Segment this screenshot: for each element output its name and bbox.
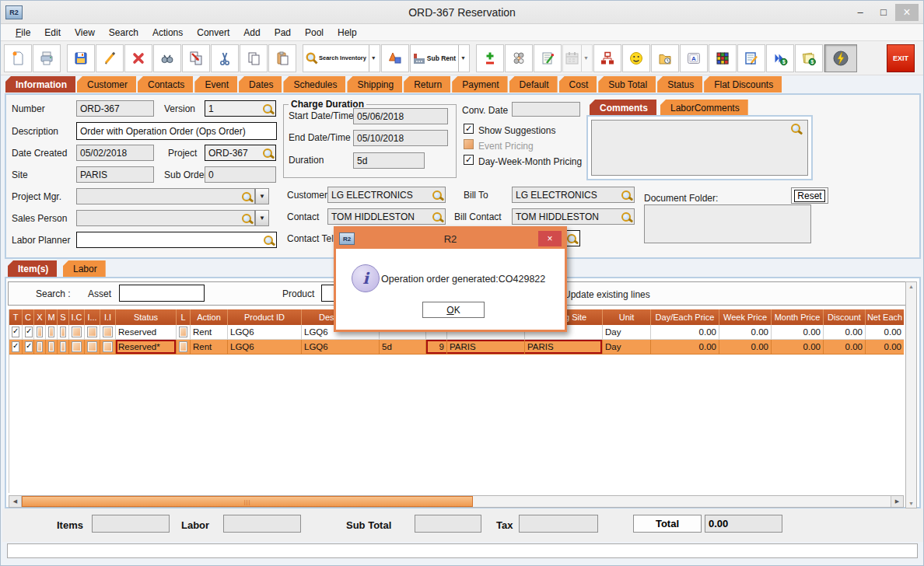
edit-button[interactable] — [96, 44, 124, 72]
cell-product_id[interactable]: LGQ6 — [228, 340, 302, 355]
row-checkbox-c4[interactable] — [60, 327, 66, 337]
copy-button[interactable] — [240, 44, 268, 72]
cell-net_each[interactable]: 0.00 — [866, 325, 904, 340]
column-header-net_each[interactable]: Net Each — [866, 309, 904, 325]
quick-action-button[interactable] — [824, 44, 857, 72]
column-header-c2[interactable]: X — [34, 309, 46, 325]
comments-search-icon[interactable] — [791, 124, 800, 133]
version-field[interactable]: 1 — [205, 100, 276, 117]
cell-month[interactable]: 0.00 — [772, 325, 824, 340]
tab-event[interactable]: Event — [194, 76, 237, 93]
tab-sub-total[interactable]: Sub Total — [598, 76, 656, 93]
column-header-c1[interactable]: C — [23, 309, 34, 325]
cell-qty[interactable]: 9 — [426, 340, 447, 355]
cell-c5[interactable] — [69, 325, 85, 340]
billing-notes-button[interactable]: $ — [795, 44, 823, 72]
items-table[interactable]: TCXMSI.CI...I.IStatusLActionProduct IDDe… — [9, 309, 904, 493]
row-checkbox-c5[interactable] — [72, 327, 82, 337]
cell-product_id[interactable]: LGQ6 — [228, 325, 302, 340]
cell-c1[interactable]: ✓ — [23, 340, 34, 355]
column-header-unit[interactable]: Unit — [603, 309, 651, 325]
inventory-shapes-button[interactable] — [381, 44, 409, 72]
calendar-button[interactable]: ▼ — [562, 44, 593, 72]
paste-button[interactable] — [268, 44, 296, 72]
menu-file[interactable]: File — [9, 26, 37, 40]
menu-pool[interactable]: Pool — [298, 26, 331, 40]
cell-month[interactable]: 0.00 — [772, 340, 824, 355]
tab-items[interactable]: Item(s) — [8, 260, 57, 277]
cell-c2[interactable] — [34, 340, 46, 355]
sales-person-dropdown[interactable]: ▼ — [255, 210, 269, 226]
cell-net_each[interactable]: 0.00 — [866, 340, 904, 355]
row-checkbox-l[interactable] — [179, 341, 187, 352]
price-update-button[interactable]: $ — [766, 44, 794, 72]
cell-day_each[interactable]: 0.00 — [651, 340, 719, 355]
cell-c2[interactable] — [34, 325, 46, 340]
row-checkbox-c4[interactable] — [60, 341, 66, 352]
shortcut-key-button[interactable]: A — [680, 44, 708, 72]
notes-button[interactable] — [534, 44, 562, 72]
edit-note-button[interactable] — [737, 44, 765, 72]
description-field[interactable]: Order with Operation Order (Ops Order) — [76, 122, 277, 140]
tab-shipping[interactable]: Shipping — [347, 76, 402, 93]
cell-discount[interactable]: 0.00 — [824, 325, 866, 340]
row-checkbox-c7[interactable] — [103, 327, 113, 337]
tab-return[interactable]: Return — [404, 76, 450, 93]
cell-description[interactable]: LGQ6 — [302, 340, 380, 355]
cell-c0[interactable]: ✓ — [9, 325, 23, 340]
scroll-down-icon[interactable]: ▼ — [908, 501, 914, 506]
labor-planner-field[interactable] — [76, 232, 277, 248]
cell-status[interactable]: Reserved* — [116, 340, 177, 355]
column-header-c5[interactable]: I.C — [69, 309, 85, 325]
search-inventory-dropdown[interactable]: ▼ — [369, 45, 378, 72]
search-inventory-button[interactable]: Search Inventory ▼ — [303, 44, 380, 72]
cell-l[interactable] — [177, 340, 191, 355]
contact-field[interactable]: TOM HIDDLESTON — [327, 208, 446, 225]
sub-rent-dropdown[interactable]: ▼ — [458, 45, 467, 72]
cell-c1[interactable]: ✓ — [23, 325, 34, 340]
sub-rent-button[interactable]: Sub Rent ▼ — [410, 44, 470, 72]
tab-labor[interactable]: Labor — [63, 260, 106, 277]
exit-button[interactable]: EXIT — [887, 44, 915, 72]
save-button[interactable] — [67, 44, 95, 72]
row-checkbox-c0[interactable]: ✓ — [12, 341, 19, 352]
group-options-button[interactable]: ? — [505, 44, 533, 72]
cell-discount[interactable]: 0.00 — [824, 340, 866, 355]
close-button[interactable]: × — [895, 4, 919, 21]
table-row[interactable]: ✓✓Reserved*RentLGQ6LGQ65d9PARISPARISDay0… — [9, 340, 904, 355]
row-checkbox-c3[interactable] — [48, 327, 54, 337]
tab-schedules[interactable]: Schedules — [283, 76, 345, 93]
column-header-l[interactable]: L — [177, 309, 191, 325]
project-mgr-search-icon[interactable] — [242, 192, 251, 201]
menu-convert[interactable]: Convert — [190, 26, 236, 40]
row-checkbox-c1[interactable]: ✓ — [25, 327, 33, 337]
tab-status[interactable]: Status — [657, 76, 702, 93]
tab-labor-comments[interactable]: LaborComments — [660, 100, 748, 116]
column-header-product_id[interactable]: Product ID — [228, 309, 302, 325]
contact-tel-search-icon[interactable] — [567, 234, 576, 243]
menu-view[interactable]: View — [68, 26, 102, 40]
cell-status[interactable]: Reserved — [116, 325, 177, 340]
cell-c4[interactable] — [58, 340, 69, 355]
contact-search-icon[interactable] — [432, 212, 442, 222]
scroll-left-icon[interactable]: ◀ — [9, 496, 22, 507]
history-folder-button[interactable] — [651, 44, 679, 72]
cell-c6[interactable] — [85, 325, 100, 340]
minimize-button[interactable]: – — [849, 4, 872, 21]
color-blocks-button[interactable] — [709, 44, 737, 72]
calendar-dropdown[interactable]: ▼ — [581, 45, 590, 72]
cell-l[interactable] — [177, 325, 191, 340]
dialog-title-bar[interactable]: R2 R2 × — [336, 229, 565, 249]
sales-person-search-icon[interactable] — [242, 214, 251, 223]
bill-contact-search-icon[interactable] — [621, 212, 631, 222]
day-week-month-checkbox[interactable]: ✓ — [464, 155, 474, 165]
feedback-button[interactable] — [622, 44, 650, 72]
menu-help[interactable]: Help — [331, 26, 364, 40]
cell-action[interactable]: Rent — [191, 340, 228, 355]
scroll-up-icon[interactable]: ▲ — [908, 284, 914, 289]
add-remove-line-button[interactable] — [476, 44, 504, 72]
project-mgr-dropdown[interactable]: ▼ — [255, 188, 269, 204]
cell-unit[interactable]: Day — [603, 340, 651, 355]
tab-cost[interactable]: Cost — [559, 76, 597, 93]
tab-contacts[interactable]: Contacts — [138, 76, 193, 93]
